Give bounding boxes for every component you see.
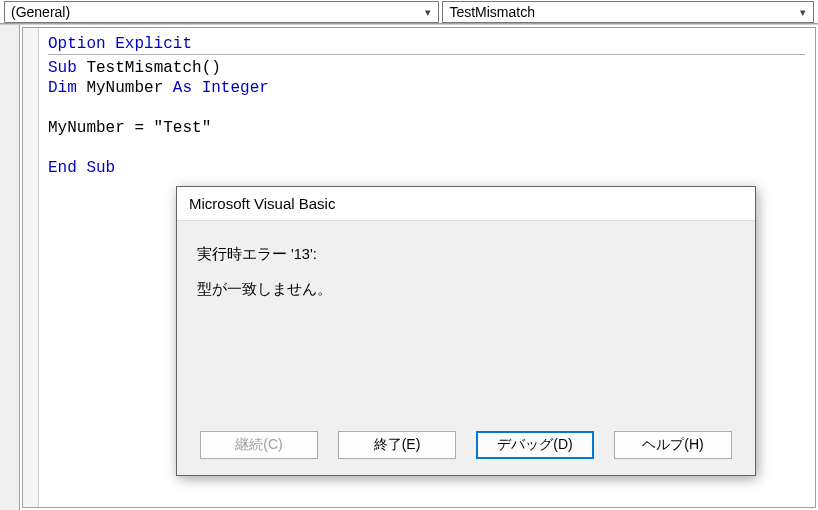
object-dropdown[interactable]: (General) ▾ <box>4 1 439 23</box>
dropdown-bar: (General) ▾ TestMismatch ▾ <box>0 0 818 24</box>
chevron-down-icon: ▾ <box>420 6 436 19</box>
error-dialog: Microsoft Visual Basic 実行時エラー '13': 型が一致… <box>176 186 756 476</box>
error-line-2: 型が一致しません。 <box>197 280 735 299</box>
dialog-button-row: 継続(C) 終了(E) デバッグ(D) ヘルプ(H) <box>177 431 755 459</box>
continue-button: 継続(C) <box>200 431 318 459</box>
code-text: MyNumber <box>77 79 173 97</box>
debug-button[interactable]: デバッグ(D) <box>476 431 594 459</box>
dialog-title: Microsoft Visual Basic <box>177 187 755 221</box>
code-keyword: As Integer <box>173 79 269 97</box>
code-keyword: End Sub <box>48 159 115 177</box>
code-text: TestMismatch() <box>77 59 221 77</box>
procedure-dropdown-value: TestMismatch <box>449 4 535 20</box>
dialog-body: 実行時エラー '13': 型が一致しません。 <box>177 221 755 333</box>
help-button[interactable]: ヘルプ(H) <box>614 431 732 459</box>
object-dropdown-value: (General) <box>11 4 70 20</box>
code-text: MyNumber = "Test" <box>48 119 211 137</box>
indicator-margin <box>23 28 39 507</box>
chevron-down-icon: ▾ <box>795 6 811 19</box>
code-content: Option Explicit Sub TestMismatch() Dim M… <box>23 28 815 184</box>
outer-gutter <box>0 25 20 510</box>
code-keyword: Dim <box>48 79 77 97</box>
error-line-1: 実行時エラー '13': <box>197 245 735 264</box>
proc-separator <box>48 54 805 55</box>
end-button[interactable]: 終了(E) <box>338 431 456 459</box>
procedure-dropdown[interactable]: TestMismatch ▾ <box>442 1 814 23</box>
code-keyword: Option Explicit <box>48 35 192 53</box>
code-keyword: Sub <box>48 59 77 77</box>
